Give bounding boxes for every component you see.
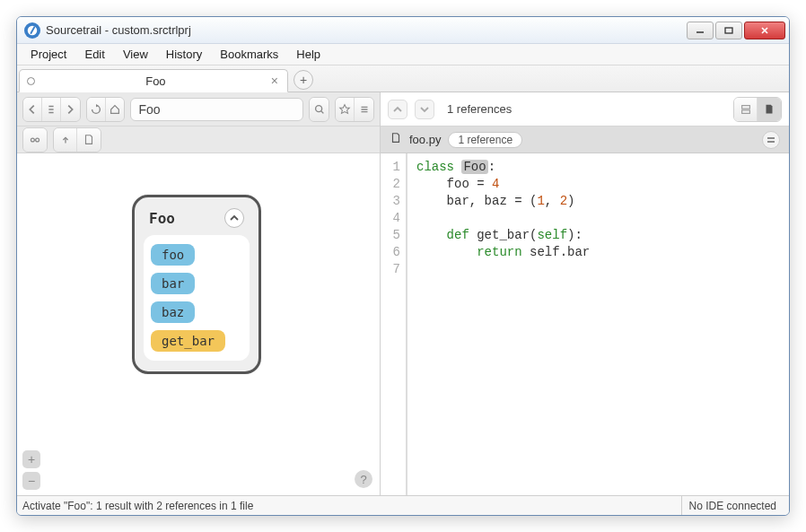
- graph-canvas[interactable]: Foo foo bar baz get_bar + −: [17, 153, 380, 495]
- app-icon: [24, 22, 40, 39]
- zoom-out-button[interactable]: −: [22, 472, 40, 490]
- code-pane: 1 references foo.py 1 reference 1234567: [381, 92, 789, 495]
- overview-button[interactable]: [355, 98, 373, 121]
- svg-rect-2: [725, 28, 732, 33]
- ide-status: No IDE connected: [681, 496, 784, 515]
- svg-point-8: [315, 105, 321, 111]
- window-title: Sourcetrail - custom.srctrlprj: [46, 23, 687, 37]
- tabstrip: Foo × +: [17, 65, 789, 92]
- code-content: class Foo: foo = 4 bar, baz = (1, 2) def…: [407, 153, 590, 495]
- class-member-list: foo bar baz get_bar: [144, 235, 250, 361]
- member-baz[interactable]: baz: [151, 301, 195, 323]
- code-view[interactable]: 1234567 class Foo: foo = 4 bar, baz = (1…: [381, 153, 789, 495]
- nav-forward-button[interactable]: [61, 98, 80, 121]
- menu-help[interactable]: Help: [288, 45, 329, 64]
- graph-mode-button[interactable]: [23, 128, 47, 152]
- graph-help-button[interactable]: ?: [355, 470, 372, 488]
- view-snippets-button[interactable]: [734, 98, 758, 121]
- tab-label: Foo: [42, 74, 269, 88]
- status-bar: Activate "Foo": 1 result with 2 referenc…: [17, 495, 789, 515]
- new-tab-button[interactable]: +: [293, 70, 313, 90]
- svg-point-13: [31, 138, 34, 142]
- svg-rect-17: [741, 105, 749, 109]
- nav-toolbar: [17, 92, 380, 126]
- menu-history[interactable]: History: [158, 45, 210, 64]
- svg-line-9: [321, 110, 324, 113]
- tab-status-icon: [27, 77, 35, 85]
- svg-rect-18: [741, 109, 749, 113]
- search-button[interactable]: [310, 98, 329, 121]
- member-foo[interactable]: foo: [151, 244, 195, 266]
- file-icon: [390, 132, 402, 147]
- next-reference-button[interactable]: [415, 100, 434, 119]
- member-bar[interactable]: bar: [151, 273, 195, 294]
- collapse-button[interactable]: [224, 208, 244, 228]
- tab-close-button[interactable]: ×: [269, 74, 280, 88]
- menu-bookmarks[interactable]: Bookmarks: [212, 45, 286, 64]
- class-node-title: Foo: [149, 210, 175, 227]
- menu-edit[interactable]: Edit: [76, 45, 112, 64]
- menu-view[interactable]: View: [115, 45, 156, 64]
- graph-pane: Foo foo bar baz get_bar + −: [17, 92, 381, 495]
- save-image-button[interactable]: [77, 128, 101, 152]
- bookmark-button[interactable]: [336, 98, 355, 121]
- search-input[interactable]: [130, 98, 303, 121]
- prev-reference-button[interactable]: [388, 100, 407, 119]
- refresh-button[interactable]: [87, 98, 106, 121]
- class-node-foo[interactable]: Foo foo bar baz get_bar: [132, 195, 261, 374]
- content-area: Foo × +: [17, 65, 789, 515]
- zoom-controls: + −: [22, 450, 40, 490]
- export-button[interactable]: [54, 128, 77, 152]
- menubar: Project Edit View History Bookmarks Help: [17, 44, 789, 65]
- reference-count: 1 references: [447, 102, 512, 116]
- zoom-in-button[interactable]: +: [22, 450, 40, 468]
- reference-bar: 1 references: [381, 92, 789, 126]
- nav-history-button[interactable]: [42, 98, 61, 121]
- menu-project[interactable]: Project: [22, 45, 74, 64]
- view-file-button[interactable]: [758, 98, 781, 121]
- file-menu-button[interactable]: [762, 131, 780, 149]
- file-name: foo.py: [409, 133, 441, 146]
- svg-point-14: [36, 138, 39, 142]
- tab-foo[interactable]: Foo ×: [19, 69, 288, 92]
- graph-toolbar: [17, 126, 380, 153]
- file-header: foo.py 1 reference: [381, 126, 789, 153]
- close-button[interactable]: [744, 22, 785, 39]
- line-gutter: 1234567: [381, 153, 407, 495]
- file-reference-badge: 1 reference: [448, 132, 522, 148]
- home-button[interactable]: [106, 98, 125, 121]
- nav-back-button[interactable]: [23, 98, 42, 121]
- maximize-button[interactable]: [715, 22, 742, 39]
- minimize-button[interactable]: [687, 22, 714, 39]
- status-message: Activate "Foo": 1 result with 2 referenc…: [22, 500, 253, 512]
- app-window: Sourcetrail - custom.srctrlprj Project E…: [16, 16, 790, 516]
- member-get-bar[interactable]: get_bar: [151, 330, 225, 352]
- titlebar: Sourcetrail - custom.srctrlprj: [17, 17, 789, 44]
